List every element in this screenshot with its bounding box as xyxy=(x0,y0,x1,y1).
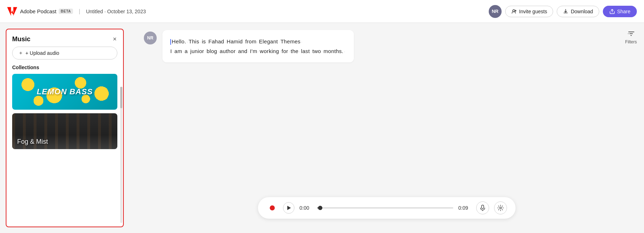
music-panel: Music × ＋ + Upload audio Collections LEM… xyxy=(6,29,124,227)
music-panel-close-button[interactable]: × xyxy=(112,35,117,43)
svg-point-6 xyxy=(500,207,502,209)
text-cursor xyxy=(170,39,171,45)
logo-area: Adobe Podcast BETA xyxy=(7,6,73,16)
upload-audio-label: + Upload audio xyxy=(25,50,59,56)
end-time-label: 0:09 xyxy=(458,205,471,211)
panel-scrollbar[interactable] xyxy=(120,87,122,223)
invite-guests-label: Invite guests xyxy=(519,9,547,14)
doc-title: Untitled · October 13, 2023 xyxy=(86,9,146,14)
transcript-line-1: Hello.·This·is·Fahad·Hamid·from·Elegant·… xyxy=(170,37,346,46)
collection-fog-mist-title: Fog & Mist xyxy=(17,138,48,146)
record-dot-icon xyxy=(270,205,275,210)
svg-point-1 xyxy=(634,32,634,32)
share-button[interactable]: Share xyxy=(603,6,637,17)
upload-plus-icon: ＋ xyxy=(18,50,23,56)
upload-audio-button[interactable]: ＋ + Upload audio xyxy=(12,47,117,60)
header: Adobe Podcast BETA | Untitled · October … xyxy=(0,0,644,23)
music-panel-header: Music × xyxy=(6,29,123,47)
invite-guests-button[interactable]: Invite guests xyxy=(505,6,553,17)
share-label: Share xyxy=(617,9,630,14)
adobe-icon xyxy=(7,6,17,16)
transcript-container: NR Hello.·This·is·Fahad·Hamid·from·Elega… xyxy=(144,30,630,191)
header-divider: | xyxy=(79,8,80,15)
settings-button[interactable] xyxy=(494,201,507,214)
collection-card-lemon-bass[interactable]: LEMON BASS xyxy=(12,74,117,110)
microphone-icon xyxy=(479,205,486,211)
gear-icon xyxy=(497,205,504,211)
download-icon xyxy=(563,9,569,14)
filters-label: Filters xyxy=(625,39,637,44)
speaker-avatar: NR xyxy=(144,32,157,44)
music-panel-title: Music xyxy=(12,35,30,43)
beta-badge: BETA xyxy=(59,9,73,14)
panel-scrollbar-thumb xyxy=(120,87,122,108)
transcript-block: NR Hello.·This·is·Fahad·Hamid·from·Elega… xyxy=(144,30,354,191)
microphone-button[interactable] xyxy=(476,201,489,214)
close-icon: × xyxy=(113,35,117,43)
collection-lemon-bass-title: LEMON BASS xyxy=(37,87,93,96)
invite-guests-icon xyxy=(511,9,517,14)
record-button[interactable] xyxy=(267,202,278,214)
collection-card-fog-mist[interactable]: Fog & Mist xyxy=(12,113,117,149)
app-name-text: Adobe Podcast xyxy=(20,8,57,14)
app-name: Adobe Podcast BETA xyxy=(20,8,73,14)
progress-thumb xyxy=(318,206,322,210)
collections-list: LEMON BASS Fog & Mist xyxy=(6,74,123,227)
svg-rect-4 xyxy=(482,205,484,209)
main-content: Music × ＋ + Upload audio Collections LEM… xyxy=(0,23,644,233)
play-triangle-icon xyxy=(287,206,291,210)
user-avatar: NR xyxy=(489,5,502,18)
svg-point-3 xyxy=(630,32,630,32)
download-button[interactable]: Download xyxy=(557,6,599,17)
play-button[interactable] xyxy=(283,202,294,214)
header-actions: NR Invite guests Download Share xyxy=(489,5,637,18)
filters-button[interactable]: Filters xyxy=(625,30,637,44)
editor-area: Filters NR Hello.·This·is·Fahad·Hamid·fr… xyxy=(130,23,644,233)
playback-bar: 0:00 0:09 xyxy=(258,197,516,219)
download-label: Download xyxy=(571,9,593,14)
transcript-text-bubble: Hello.·This·is·Fahad·Hamid·from·Elegant·… xyxy=(162,30,354,62)
current-time-label: 0:00 xyxy=(299,205,312,211)
svg-point-2 xyxy=(628,33,629,34)
collections-label: Collections xyxy=(6,65,123,74)
progress-track[interactable] xyxy=(317,207,453,209)
filters-icon xyxy=(627,30,635,38)
share-icon xyxy=(609,9,615,14)
transcript-line-2: I·am·a·junior·blog·author·and·I'm·workin… xyxy=(170,46,346,56)
playback-bar-wrapper: 0:00 0:09 xyxy=(144,191,630,226)
